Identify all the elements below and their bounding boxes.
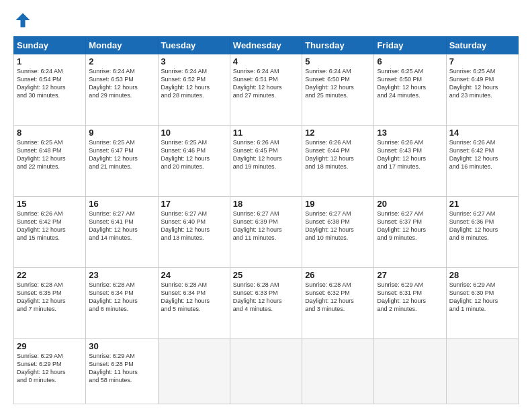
calendar-week-2: 15Sunrise: 6:26 AMSunset: 6:42 PMDayligh… (14, 196, 519, 267)
col-wednesday: Wednesday (230, 37, 302, 54)
day-info: Sunrise: 6:24 AMSunset: 6:50 PMDaylight:… (305, 67, 371, 100)
day-number: 25 (233, 270, 299, 280)
calendar-week-4: 29Sunrise: 6:29 AMSunset: 6:29 PMDayligh… (14, 338, 519, 404)
day-info: Sunrise: 6:28 AMSunset: 6:35 PMDaylight:… (17, 281, 83, 314)
table-row: 16Sunrise: 6:27 AMSunset: 6:41 PMDayligh… (86, 196, 158, 267)
header (13, 11, 519, 30)
calendar-week-1: 8Sunrise: 6:25 AMSunset: 6:48 PMDaylight… (14, 125, 519, 196)
day-info: Sunrise: 6:25 AMSunset: 6:47 PMDaylight:… (89, 138, 154, 171)
calendar-week-0: 1Sunrise: 6:24 AMSunset: 6:54 PMDaylight… (14, 54, 519, 126)
day-info: Sunrise: 6:27 AMSunset: 6:36 PMDaylight:… (449, 210, 515, 242)
table-row: 18Sunrise: 6:27 AMSunset: 6:39 PMDayligh… (230, 196, 302, 267)
day-number: 26 (305, 270, 371, 280)
table-row: 4Sunrise: 6:24 AMSunset: 6:51 PMDaylight… (230, 54, 302, 126)
day-info: Sunrise: 6:28 AMSunset: 6:33 PMDaylight:… (233, 281, 299, 314)
day-number: 15 (17, 199, 83, 209)
day-info: Sunrise: 6:29 AMSunset: 6:31 PMDaylight:… (377, 281, 443, 314)
table-row: 26Sunrise: 6:28 AMSunset: 6:32 PMDayligh… (302, 267, 374, 338)
day-info: Sunrise: 6:25 AMSunset: 6:49 PMDaylight:… (449, 67, 515, 100)
table-row: 3Sunrise: 6:24 AMSunset: 6:52 PMDaylight… (158, 54, 230, 126)
day-number: 5 (305, 56, 371, 66)
col-tuesday: Tuesday (158, 37, 230, 54)
day-number: 20 (377, 199, 443, 209)
day-info: Sunrise: 6:25 AMSunset: 6:46 PMDaylight:… (161, 138, 227, 171)
col-monday: Monday (86, 37, 158, 54)
day-info: Sunrise: 6:24 AMSunset: 6:53 PMDaylight:… (89, 67, 154, 100)
day-info: Sunrise: 6:28 AMSunset: 6:34 PMDaylight:… (89, 281, 154, 314)
day-number: 12 (305, 128, 371, 138)
day-info: Sunrise: 6:26 AMSunset: 6:44 PMDaylight:… (305, 138, 371, 171)
day-info: Sunrise: 6:27 AMSunset: 6:37 PMDaylight:… (377, 210, 443, 242)
col-saturday: Saturday (446, 37, 518, 54)
day-number: 30 (89, 341, 154, 351)
day-number: 19 (305, 199, 371, 209)
logo (13, 11, 35, 30)
day-number: 3 (161, 56, 227, 66)
day-info: Sunrise: 6:29 AMSunset: 6:28 PMDaylight:… (89, 352, 154, 385)
day-number: 8 (17, 128, 83, 138)
table-row: 17Sunrise: 6:27 AMSunset: 6:40 PMDayligh… (158, 196, 230, 267)
calendar-header-row: Sunday Monday Tuesday Wednesday Thursday… (14, 37, 519, 54)
day-info: Sunrise: 6:28 AMSunset: 6:32 PMDaylight:… (305, 281, 371, 314)
table-row: 25Sunrise: 6:28 AMSunset: 6:33 PMDayligh… (230, 267, 302, 338)
table-row: 22Sunrise: 6:28 AMSunset: 6:35 PMDayligh… (14, 267, 86, 338)
table-row: 14Sunrise: 6:26 AMSunset: 6:42 PMDayligh… (446, 125, 518, 196)
day-number: 13 (377, 128, 443, 138)
table-row: 24Sunrise: 6:28 AMSunset: 6:34 PMDayligh… (158, 267, 230, 338)
table-row: 7Sunrise: 6:25 AMSunset: 6:49 PMDaylight… (446, 54, 518, 126)
logo-icon (13, 11, 32, 30)
day-info: Sunrise: 6:26 AMSunset: 6:42 PMDaylight:… (17, 210, 83, 242)
table-row (158, 338, 230, 404)
table-row (374, 338, 446, 404)
day-number: 18 (233, 199, 299, 209)
day-info: Sunrise: 6:29 AMSunset: 6:29 PMDaylight:… (17, 352, 83, 385)
day-number: 11 (233, 128, 299, 138)
day-number: 28 (449, 270, 515, 280)
day-info: Sunrise: 6:26 AMSunset: 6:45 PMDaylight:… (233, 138, 299, 171)
table-row: 2Sunrise: 6:24 AMSunset: 6:53 PMDaylight… (86, 54, 158, 126)
table-row: 9Sunrise: 6:25 AMSunset: 6:47 PMDaylight… (86, 125, 158, 196)
table-row: 5Sunrise: 6:24 AMSunset: 6:50 PMDaylight… (302, 54, 374, 126)
day-number: 1 (17, 56, 83, 66)
day-info: Sunrise: 6:27 AMSunset: 6:38 PMDaylight:… (305, 210, 371, 242)
day-number: 24 (161, 270, 227, 280)
day-number: 17 (161, 199, 227, 209)
table-row: 28Sunrise: 6:29 AMSunset: 6:30 PMDayligh… (446, 267, 518, 338)
page: Sunday Monday Tuesday Wednesday Thursday… (0, 0, 532, 411)
col-thursday: Thursday (302, 37, 374, 54)
table-row: 27Sunrise: 6:29 AMSunset: 6:31 PMDayligh… (374, 267, 446, 338)
table-row: 13Sunrise: 6:26 AMSunset: 6:43 PMDayligh… (374, 125, 446, 196)
table-row: 19Sunrise: 6:27 AMSunset: 6:38 PMDayligh… (302, 196, 374, 267)
col-sunday: Sunday (14, 37, 86, 54)
day-info: Sunrise: 6:24 AMSunset: 6:52 PMDaylight:… (161, 67, 227, 100)
table-row (230, 338, 302, 404)
day-info: Sunrise: 6:26 AMSunset: 6:43 PMDaylight:… (377, 138, 443, 171)
table-row: 12Sunrise: 6:26 AMSunset: 6:44 PMDayligh… (302, 125, 374, 196)
svg-marker-0 (16, 13, 30, 28)
day-info: Sunrise: 6:25 AMSunset: 6:50 PMDaylight:… (377, 67, 443, 100)
day-info: Sunrise: 6:26 AMSunset: 6:42 PMDaylight:… (449, 138, 515, 171)
table-row: 11Sunrise: 6:26 AMSunset: 6:45 PMDayligh… (230, 125, 302, 196)
table-row: 1Sunrise: 6:24 AMSunset: 6:54 PMDaylight… (14, 54, 86, 126)
day-number: 10 (161, 128, 227, 138)
day-info: Sunrise: 6:25 AMSunset: 6:48 PMDaylight:… (17, 138, 83, 171)
day-number: 16 (89, 199, 154, 209)
table-row: 10Sunrise: 6:25 AMSunset: 6:46 PMDayligh… (158, 125, 230, 196)
table-row (302, 338, 374, 404)
day-number: 7 (449, 56, 515, 66)
day-info: Sunrise: 6:27 AMSunset: 6:41 PMDaylight:… (89, 210, 154, 242)
day-info: Sunrise: 6:28 AMSunset: 6:34 PMDaylight:… (161, 281, 227, 314)
table-row (446, 338, 518, 404)
table-row: 20Sunrise: 6:27 AMSunset: 6:37 PMDayligh… (374, 196, 446, 267)
table-row: 6Sunrise: 6:25 AMSunset: 6:50 PMDaylight… (374, 54, 446, 126)
day-number: 9 (89, 128, 154, 138)
day-number: 21 (449, 199, 515, 209)
table-row: 30Sunrise: 6:29 AMSunset: 6:28 PMDayligh… (86, 338, 158, 404)
day-number: 14 (449, 128, 515, 138)
table-row: 29Sunrise: 6:29 AMSunset: 6:29 PMDayligh… (14, 338, 86, 404)
day-number: 27 (377, 270, 443, 280)
table-row: 15Sunrise: 6:26 AMSunset: 6:42 PMDayligh… (14, 196, 86, 267)
day-info: Sunrise: 6:27 AMSunset: 6:39 PMDaylight:… (233, 210, 299, 242)
table-row: 23Sunrise: 6:28 AMSunset: 6:34 PMDayligh… (86, 267, 158, 338)
table-row: 8Sunrise: 6:25 AMSunset: 6:48 PMDaylight… (14, 125, 86, 196)
